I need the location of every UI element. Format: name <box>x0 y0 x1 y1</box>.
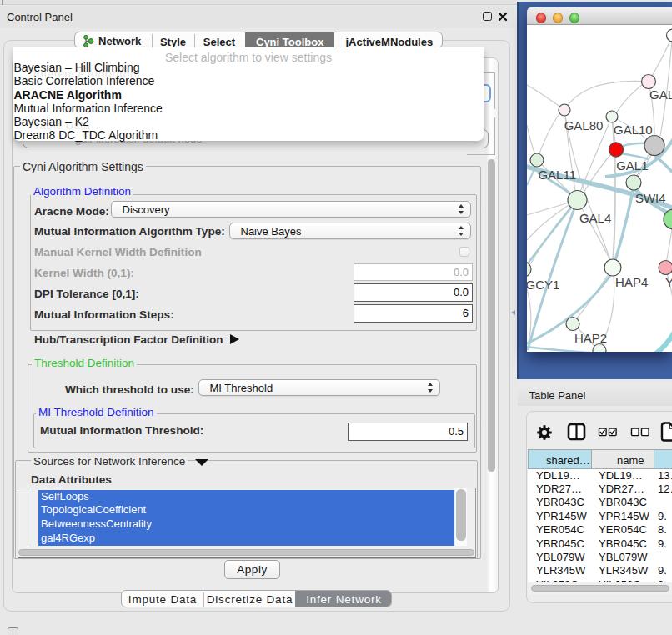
svg-text:GAL11: GAL11 <box>538 168 576 182</box>
svg-text:GAL10: GAL10 <box>614 122 653 137</box>
svg-text:HAP2: HAP2 <box>574 331 607 345</box>
svg-text:SWI4: SWI4 <box>635 191 666 205</box>
svg-text:GAL1: GAL1 <box>616 158 648 172</box>
svg-text:HAP4: HAP4 <box>615 275 648 289</box>
svg-text:YJ: YJ <box>665 275 672 289</box>
svg-text:GAL4: GAL4 <box>579 211 611 225</box>
svg-text:GAL7: GAL7 <box>649 88 672 102</box>
svg-text:GAL80: GAL80 <box>564 118 604 132</box>
svg-text:GCY1: GCY1 <box>527 278 559 292</box>
